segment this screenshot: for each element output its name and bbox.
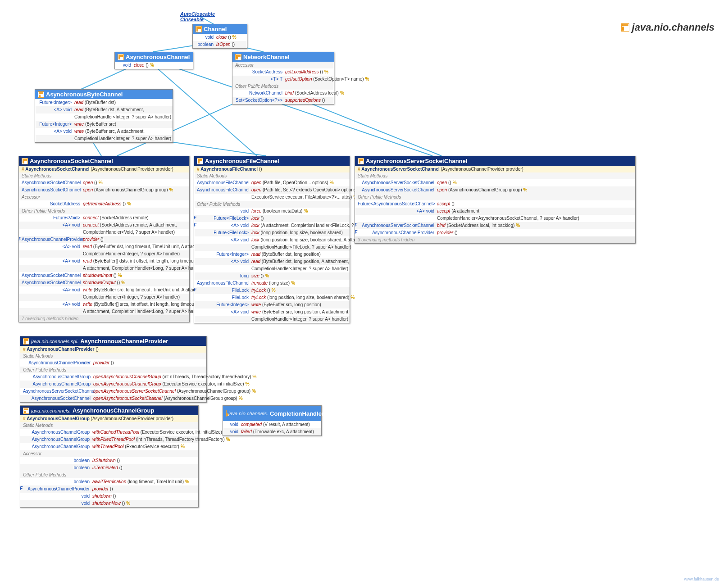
section-label: Accessor [19,194,189,200]
link-closeable[interactable]: Closeable [180,17,215,22]
attribution: www.falkhausen.de [684,577,719,581]
method-row: Future<Integer>write (ByteBuffer src) [35,121,173,128]
constructor: # AsynchronousChannelProvider () [20,346,206,353]
method-row-cont: A attachment, CompletionHandler<Long, ? … [19,308,189,315]
constructor: # AsynchronousChannelGroup (Asynchronous… [20,415,198,422]
box-async-channel-group: java.nio.channels. AsynchronousChannelGr… [20,405,199,508]
section-label: Other Public Methods [20,472,198,478]
method-row: voidcompleted (V result, A attachment) [223,421,321,428]
interface-icon [235,54,241,60]
hdr-async-server-socket-channel: AsynchronousServerSocketChannel [355,156,635,166]
method-row: voidforce (boolean metaData)% [194,208,350,215]
method-row-cont: CompletionHandler<AsynchronousSocketChan… [355,215,635,222]
class-icon [23,338,29,345]
class-icon [197,158,203,164]
hdr-async-channel: AsynchronousChannel [115,52,193,62]
method-row: Future<Integer>write (ByteBuffer src, lo… [194,301,350,308]
method-row: <A> voidwrite (ByteBuffer[] srcs, int of… [19,301,189,308]
method-row: Future<Void>connect (SocketAddress remot… [19,214,189,222]
box-channel: Channel voidclose ()%booleanisOpen () [192,24,247,49]
method-row: Future<Integer>read (ByteBuffer dst) [35,99,173,106]
method-row: AsynchronousFileChannelopen (Path file, … [194,186,350,194]
section-label: Other Public Methods [232,83,334,90]
constructor: # AsynchronousSocketChannel (Asynchronou… [19,166,189,172]
method-row: Future<Integer>read (ByteBuffer dst, lon… [194,251,350,258]
method-row: booleanisOpen () [193,41,247,48]
hdr-network-channel: NetworkChannel [232,52,334,62]
method-row: AsynchronousChannelProviderprovider () [20,359,206,367]
method-row-cont: ExecutorService executor, FileAttribute<… [194,194,350,201]
method-row: longsize ()% [194,272,350,280]
method-row-cont: A attachment, CompletionHandler<Long, ? … [19,265,189,272]
box-async-byte-channel: AsynchronousByteChannel Future<Integer>r… [35,89,173,143]
method-row-cont: CompletionHandler<Integer, ? super A> ha… [35,113,173,121]
method-row: <A> voidlock (long position, long size, … [194,236,350,244]
method-row: FAsynchronousServerSocketChannelbind (So… [355,222,635,229]
method-row: FileLocktryLock (long position, long siz… [194,294,350,301]
section-label: Static Methods [355,172,635,179]
method-row: AsynchronousChannelGroupwithFixedThreadP… [20,436,198,443]
method-row-cont: CompletionHandler<Integer, ? super A> ha… [194,265,350,272]
method-row: <A> voidwrite (ByteBuffer src, long posi… [194,308,350,316]
method-row: AsynchronousServerSocketChannelopenAsync… [20,388,206,395]
method-row: AsynchronousSocketChannelopen ()% [19,179,189,186]
class-icon [358,158,364,164]
method-row: AsynchronousSocketChannelopen (Asynchron… [19,186,189,194]
interface-icon [118,54,124,60]
method-row: booleanisTerminated () [20,464,198,472]
package-icon [621,23,629,32]
section-label: Accessor [232,62,334,68]
page-title: java.nio.channels [621,22,714,33]
interface-icon [38,91,44,98]
method-row: booleanawaitTermination (long timeout, T… [20,478,198,485]
method-row: NetworkChannelbind (SocketAddress local)… [232,90,334,97]
box-async-channel-provider: java.nio.channels.spi. AsynchronousChann… [20,336,207,403]
method-row: AsynchronousSocketChannelshutdownInput (… [19,272,189,279]
hdr-async-byte-channel: AsynchronousByteChannel [35,90,173,99]
method-row-cont: CompletionHandler<Integer, ? super A> ha… [35,135,173,142]
box-async-socket-channel: AsynchronousSocketChannel # Asynchronous… [18,156,190,322]
section-label: Other Public Methods [20,367,206,373]
method-row: FAsynchronousChannelProviderprovider () [355,229,635,236]
method-row: voidshutdownNow ()% [20,500,198,507]
method-row: <A> voidconnect (SocketAddress remote, A… [19,222,189,229]
box-async-file-channel: AsynchronousFileChannel # AsynchronousFi… [194,156,350,323]
method-row: AsynchronousFileChannelopen (Path file, … [194,179,350,186]
interface-icon [196,26,202,32]
hdr-async-file-channel: AsynchronousFileChannel [194,156,350,166]
section-label: Static Methods [20,353,206,359]
hdr-async-channel-group: java.nio.channels. AsynchronousChannelGr… [20,406,198,415]
box-async-server-socket-channel: AsynchronousServerSocketChannel # Asynch… [355,156,636,244]
method-row: <A> voidwrite (ByteBuffer src, A attachm… [35,128,173,135]
section-label: Static Methods [19,172,189,179]
method-row: Set<SocketOption<?>>supportedOptions () [232,97,334,104]
section-label: Accessor [20,450,198,457]
link-autocloseable[interactable]: AutoCloseable [180,11,215,17]
method-row: FFuture<FileLock>lock () [194,215,350,222]
method-row: voidclose ()% [193,34,247,41]
method-row: FAsynchronousChannelProviderprovider () [20,485,198,493]
hdr-completion-handler: java.nio.channels. CompletionHandler <V,… [223,406,321,421]
hdr-async-channel-provider: java.nio.channels.spi. AsynchronousChann… [20,336,206,346]
hdr-async-socket-channel: AsynchronousSocketChannel [19,156,189,166]
method-row: <T> Tget/setOption (SocketOption<T> name… [232,76,334,83]
method-row-cont: CompletionHandler<Integer, ? super A> ha… [194,316,350,323]
method-row-cont: CompletionHandler<Integer, ? super A> ha… [19,250,189,258]
method-row-cont: CompletionHandler<Integer, ? super A> ha… [19,294,189,301]
method-row: Future<AsynchronousSocketChannel>accept … [355,200,635,208]
method-row: AsynchronousChannelGroupwithThreadPool (… [20,443,198,450]
method-row: Future<FileLock>lock (long position, lon… [194,229,350,236]
method-row: AsynchronousServerSocketChannelopen ()% [355,179,635,186]
section-label: Static Methods [194,172,350,179]
hdr-channel: Channel [193,24,247,34]
section-label: Other Public Methods [355,194,635,200]
method-row: AsynchronousChannelGroupopenAsynchronous… [20,381,206,388]
interface-icon [226,410,227,417]
hidden-note: 7 overriding methods hidden [19,315,189,322]
method-row: AsynchronousChannelGroupwithCachedThread… [20,429,198,436]
method-row: FAsynchronousChannelProviderprovider () [19,236,189,243]
section-label: Static Methods [20,422,198,429]
section-label: Other Public Methods [194,201,350,208]
method-row: voidfailed (Throwable exc, A attachment) [223,428,321,435]
constructor: # AsynchronousFileChannel () [194,166,350,172]
